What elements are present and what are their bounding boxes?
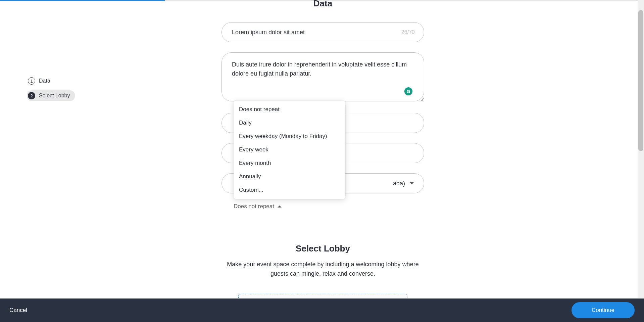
select-lobby-title: Select Lobby: [221, 243, 424, 254]
section-title: Data: [221, 0, 424, 9]
dropdown-option-does-not-repeat[interactable]: Does not repeat: [234, 103, 345, 116]
continue-button[interactable]: Continue: [572, 302, 635, 318]
char-count: 26/70: [401, 29, 415, 35]
timezone-value-partial: ada): [393, 180, 405, 187]
dropdown-option-every-month[interactable]: Every month: [234, 156, 345, 170]
sidebar-item-select-lobby[interactable]: 2 Select Lobby: [27, 90, 75, 101]
chevron-down-icon: [410, 182, 414, 184]
cancel-button[interactable]: Cancel: [9, 307, 27, 314]
select-lobby-description: Make your event space complete by includ…: [221, 260, 424, 279]
bottom-bar: Cancel Continue: [0, 298, 644, 322]
scrollbar-thumb[interactable]: [638, 10, 643, 151]
sidebar-item-data[interactable]: 1 Data: [27, 76, 55, 86]
dropdown-option-daily[interactable]: Daily: [234, 116, 345, 130]
description-field-wrapper: Duis aute irure dolor in reprehenderit i…: [221, 52, 424, 103]
step-number-2: 2: [28, 92, 35, 99]
dropdown-option-annually[interactable]: Annually: [234, 170, 345, 183]
dropdown-option-every-weekday[interactable]: Every weekday (Monday to Friday): [234, 130, 345, 143]
grammarly-icon[interactable]: G: [404, 87, 412, 95]
repeat-label: Does not repeat: [234, 203, 274, 210]
progress-fill: [0, 0, 165, 1]
scrollbar[interactable]: [638, 0, 644, 298]
repeat-select[interactable]: Does not repeat: [234, 203, 282, 210]
description-textarea[interactable]: Duis aute irure dolor in reprehenderit i…: [221, 52, 424, 101]
title-field-wrapper: 26/70: [221, 22, 424, 42]
dropdown-option-every-week[interactable]: Every week: [234, 143, 345, 156]
sidebar-item-label: Data: [39, 78, 50, 84]
step-number-1: 1: [28, 77, 35, 85]
chevron-up-icon: [278, 205, 282, 208]
repeat-dropdown-menu: Does not repeat Daily Every weekday (Mon…: [234, 101, 345, 199]
sidebar-item-label: Select Lobby: [39, 93, 70, 99]
title-input[interactable]: [221, 22, 424, 42]
sidebar: 1 Data 2 Select Lobby: [27, 76, 75, 105]
dropdown-option-custom[interactable]: Custom...: [234, 183, 345, 197]
